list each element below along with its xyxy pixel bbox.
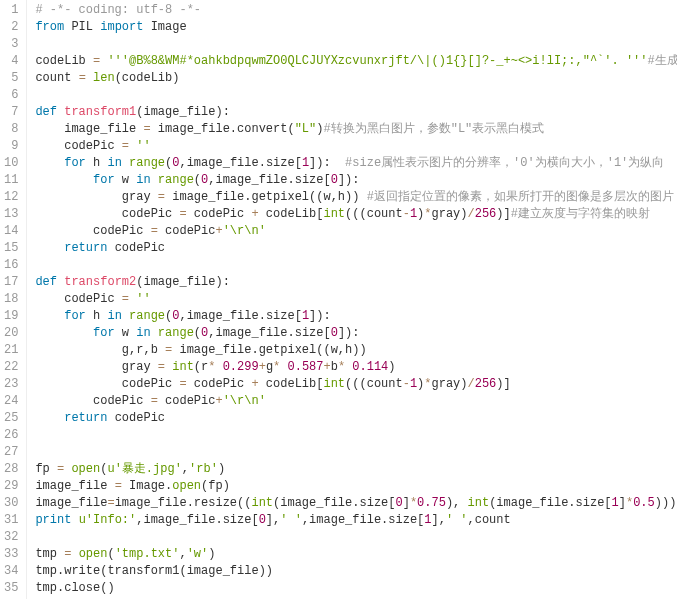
code-token: 1 xyxy=(410,207,417,221)
code-token: in xyxy=(136,173,150,187)
code-line[interactable]: from PIL import Image xyxy=(35,19,677,36)
code-line[interactable] xyxy=(35,36,677,53)
code-token: 1 xyxy=(302,309,309,323)
code-line[interactable]: codePic = codePic + codeLib[int(((count-… xyxy=(35,376,677,393)
code-token: (image_file): xyxy=(136,105,230,119)
code-line[interactable]: codePic = '' xyxy=(35,291,677,308)
code-line[interactable]: # -*- coding: utf-8 -*- xyxy=(35,2,677,19)
code-token: 0 xyxy=(331,173,338,187)
code-token: return xyxy=(64,241,107,255)
code-line[interactable]: gray = image_file.getpixel((w,h)) #返回指定位… xyxy=(35,189,677,206)
code-token: open xyxy=(79,547,108,561)
code-token: 1 xyxy=(302,156,309,170)
code-token: + xyxy=(215,224,222,238)
code-token xyxy=(71,547,78,561)
code-token: transform2 xyxy=(64,275,136,289)
code-line[interactable] xyxy=(35,257,677,274)
code-line[interactable]: gray = int(r* 0.299+g* 0.587+b* 0.114) xyxy=(35,359,677,376)
code-token: ))) xyxy=(655,496,677,510)
code-line[interactable]: fp = open(u'暴走.jpg','rb') xyxy=(35,461,677,478)
code-line[interactable]: tmp = open('tmp.txt','w') xyxy=(35,546,677,563)
code-token: #建立灰度与字符集的映射 xyxy=(511,207,650,221)
code-line[interactable]: for h in range(0,image_file.size[1]): xyxy=(35,308,677,325)
line-number: 22 xyxy=(4,359,18,376)
code-token: Image. xyxy=(122,479,172,493)
code-line[interactable]: image_file = Image.open(fp) xyxy=(35,478,677,495)
code-token: = xyxy=(122,139,129,153)
code-line[interactable]: tmp.close() xyxy=(35,580,677,597)
code-token: codeLib[ xyxy=(259,207,324,221)
line-number: 8 xyxy=(4,121,18,138)
line-number: 34 xyxy=(4,563,18,580)
code-token: 0.299 xyxy=(223,360,259,374)
code-line[interactable] xyxy=(35,427,677,444)
code-token: ,image_file.size[ xyxy=(302,513,424,527)
code-token: ] xyxy=(619,496,626,510)
code-token: 1 xyxy=(410,377,417,391)
code-token: 0 xyxy=(259,513,266,527)
code-line[interactable]: image_file = image_file.convert("L")#转换为… xyxy=(35,121,677,138)
code-token xyxy=(35,241,64,255)
code-token: 256 xyxy=(475,207,497,221)
code-line[interactable]: def transform2(image_file): xyxy=(35,274,677,291)
code-token: def xyxy=(35,105,57,119)
code-line[interactable]: for h in range(0,image_file.size[1]): #s… xyxy=(35,155,677,172)
code-token: h xyxy=(86,309,108,323)
code-token: / xyxy=(468,377,475,391)
code-token: '' xyxy=(136,292,150,306)
code-line[interactable] xyxy=(35,87,677,104)
code-token: + xyxy=(324,360,331,374)
code-line[interactable]: for w in range(0,image_file.size[0]): xyxy=(35,172,677,189)
code-token: ], xyxy=(266,513,280,527)
line-number: 5 xyxy=(4,70,18,87)
line-number: 16 xyxy=(4,257,18,274)
code-line[interactable]: image_file=image_file.resize((int(image_… xyxy=(35,495,677,512)
line-number: 24 xyxy=(4,393,18,410)
code-content[interactable]: # -*- coding: utf-8 -*-from PIL import I… xyxy=(27,0,677,599)
code-line[interactable]: codePic = codePic+'\r\n' xyxy=(35,223,677,240)
code-token: (image_file.size[ xyxy=(489,496,611,510)
code-token: - xyxy=(403,377,410,391)
line-number: 15 xyxy=(4,240,18,257)
code-line[interactable]: codePic = '' xyxy=(35,138,677,155)
code-token: print xyxy=(35,513,71,527)
code-token: 1 xyxy=(612,496,619,510)
code-line[interactable]: tmp.write(transform1(image_file)) xyxy=(35,563,677,580)
code-line[interactable]: codePic = codePic+'\r\n' xyxy=(35,393,677,410)
code-line[interactable] xyxy=(35,529,677,546)
code-token: codeLib[ xyxy=(259,377,324,391)
code-token: codePic xyxy=(158,394,216,408)
code-token xyxy=(71,513,78,527)
code-line[interactable]: count = len(codeLib) xyxy=(35,70,677,87)
code-line[interactable]: for w in range(0,image_file.size[0]): xyxy=(35,325,677,342)
line-number: 3 xyxy=(4,36,18,53)
code-token: 0.587 xyxy=(287,360,323,374)
line-number: 12 xyxy=(4,189,18,206)
code-line[interactable] xyxy=(35,444,677,461)
code-line[interactable]: codeLib = '''@B%8&WM#*oahkbdpqwmZO0QLCJU… xyxy=(35,53,677,70)
code-line[interactable]: print u'Info:',image_file.size[0],' ',im… xyxy=(35,512,677,529)
code-token: w xyxy=(115,326,137,340)
code-line[interactable]: def transform1(image_file): xyxy=(35,104,677,121)
code-token: len xyxy=(93,71,115,85)
code-line[interactable]: return codePic xyxy=(35,410,677,427)
code-token: '' xyxy=(136,139,150,153)
code-line[interactable]: return codePic xyxy=(35,240,677,257)
line-number: 25 xyxy=(4,410,18,427)
code-token: codePic xyxy=(107,241,165,255)
code-token: + xyxy=(251,377,258,391)
line-number: 26 xyxy=(4,427,18,444)
code-token: = xyxy=(107,496,114,510)
code-token: "L" xyxy=(295,122,317,136)
code-token: image_file.convert( xyxy=(151,122,295,136)
code-token xyxy=(35,411,64,425)
code-line[interactable]: g,r,b = image_file.getpixel((w,h)) xyxy=(35,342,677,359)
code-token: int xyxy=(172,360,194,374)
code-token: gray) xyxy=(432,377,468,391)
code-line[interactable]: codePic = codePic + codeLib[int(((count-… xyxy=(35,206,677,223)
code-token: tmp.write(transform1(image_file)) xyxy=(35,564,273,578)
code-token: Image xyxy=(143,20,186,34)
code-token: ' ' xyxy=(280,513,302,527)
code-token: codePic xyxy=(35,139,121,153)
code-token: image_file xyxy=(35,479,114,493)
